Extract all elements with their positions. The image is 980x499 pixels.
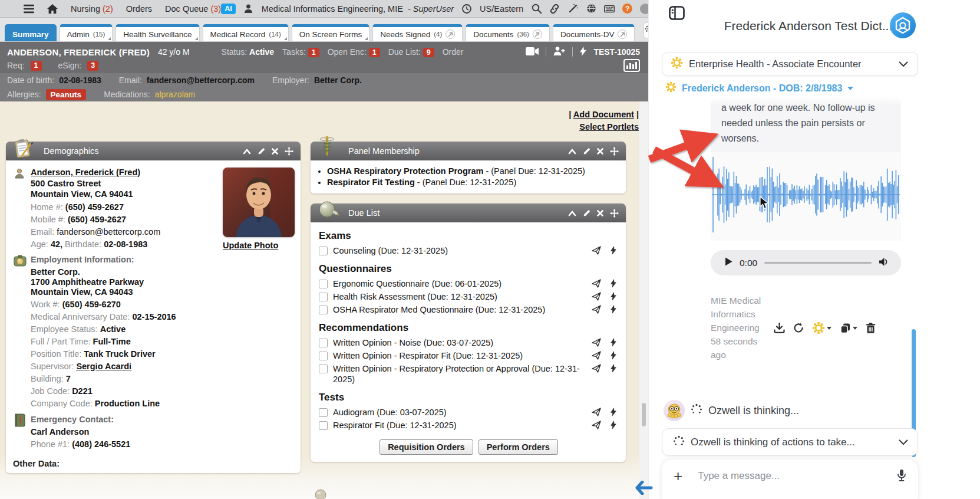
actions-expander[interactable]: Ozwell is thinking of actions to take... xyxy=(662,428,918,456)
audio-waveform[interactable] xyxy=(711,152,901,241)
send-order-icon[interactable] xyxy=(592,421,601,429)
send-order-icon[interactable] xyxy=(592,292,601,301)
send-order-icon[interactable] xyxy=(592,305,601,314)
video-visit-icon[interactable] xyxy=(526,47,539,57)
send-order-icon[interactable] xyxy=(592,351,601,360)
home-icon[interactable] xyxy=(47,4,58,14)
due-item-checkbox[interactable] xyxy=(319,408,328,417)
timezone-label[interactable]: US/Eastern xyxy=(480,4,523,14)
medications-value[interactable]: alprazolam xyxy=(155,90,195,99)
topnav-doc-queue[interactable]: Doc Queue (3) xyxy=(165,4,221,14)
tasks-count[interactable]: Tasks: 1 xyxy=(282,47,319,57)
select-portlets-link[interactable]: Select Portlets xyxy=(579,122,639,132)
send-order-icon[interactable] xyxy=(592,338,601,347)
encounter-selector[interactable]: Enterprise Health - Associate Encounter xyxy=(662,52,918,76)
due-item-checkbox[interactable] xyxy=(319,280,328,288)
move-icon[interactable] xyxy=(285,147,293,156)
move-icon[interactable] xyxy=(610,209,619,218)
due-item-checkbox[interactable] xyxy=(319,293,328,301)
patient-id-link[interactable]: TEST-10025 xyxy=(593,47,640,57)
edit-icon[interactable] xyxy=(258,147,265,155)
sidebar-patient-selector[interactable]: Frederick Anderson - DOB: 2/8/1983 xyxy=(665,81,853,95)
tab-medical-record[interactable]: Medical Record(14) xyxy=(203,24,289,41)
download-icon[interactable] xyxy=(774,323,785,333)
magic-wand-icon[interactable] xyxy=(567,4,578,14)
chevron-down-icon[interactable] xyxy=(899,59,908,70)
close-icon[interactable] xyxy=(597,148,603,155)
help-icon[interactable]: ? xyxy=(622,4,632,14)
add-person-icon[interactable] xyxy=(553,47,565,57)
audio-seek-slider[interactable] xyxy=(764,262,872,264)
due-item-checkbox[interactable] xyxy=(319,247,328,255)
tab-health-surveillance[interactable]: Health Surveillance xyxy=(116,24,199,41)
collapse-sidebar-arrow[interactable] xyxy=(635,481,653,497)
flowsheet-chart-button[interactable] xyxy=(623,59,640,72)
quick-order-bolt-icon[interactable] xyxy=(611,338,616,347)
edit-icon[interactable] xyxy=(583,147,590,155)
patient-name-link[interactable]: Anderson, Frederick (Fred) xyxy=(31,168,140,177)
link-icon[interactable] xyxy=(549,4,560,14)
due-item-checkbox[interactable] xyxy=(319,352,328,360)
ozwell-logo[interactable] xyxy=(889,12,916,39)
hamburger-menu-icon[interactable] xyxy=(24,4,34,14)
quick-order-bolt-icon[interactable] xyxy=(611,421,616,429)
gear-yellow-menu[interactable] xyxy=(812,321,831,334)
update-photo-link[interactable]: Update Photo xyxy=(223,241,278,250)
app-scrollbar-thumb[interactable] xyxy=(642,403,646,426)
due-item-checkbox[interactable] xyxy=(319,306,328,314)
perform-orders-button[interactable]: Perform Orders xyxy=(479,439,558,455)
close-icon[interactable] xyxy=(272,148,278,155)
send-order-icon[interactable] xyxy=(592,364,601,373)
collapse-icon[interactable] xyxy=(243,148,251,155)
send-order-icon[interactable] xyxy=(592,408,601,416)
search-icon[interactable] xyxy=(531,4,542,14)
send-order-icon[interactable] xyxy=(592,279,601,288)
allergy-badge[interactable]: Peanuts xyxy=(46,89,87,100)
conversation-title[interactable]: Frederick Anderson Test Dict... xyxy=(724,19,893,33)
attach-button[interactable]: + xyxy=(674,468,682,484)
open-enc-count[interactable]: Open Enc: 1 xyxy=(328,47,380,57)
tab-admin[interactable]: Admin(15) xyxy=(60,24,113,41)
globe-icon[interactable] xyxy=(586,4,596,14)
regenerate-icon[interactable] xyxy=(793,323,804,333)
due-item-checkbox[interactable] xyxy=(319,339,328,347)
mic-icon[interactable] xyxy=(897,469,906,484)
quick-order-bolt-icon[interactable] xyxy=(611,279,616,288)
supervisor-link[interactable]: Sergio Acardi xyxy=(76,362,131,371)
tab-on-screen-forms[interactable]: On Screen Forms xyxy=(292,24,370,41)
tab-needs-signed[interactable]: Needs Signed(4) xyxy=(372,24,463,41)
quick-order-bolt-icon[interactable] xyxy=(611,364,616,373)
collapse-icon[interactable] xyxy=(568,148,576,155)
play-button[interactable] xyxy=(725,257,732,268)
volume-icon[interactable] xyxy=(879,257,889,269)
quick-order-bolt-icon[interactable] xyxy=(611,408,616,416)
edit-icon[interactable] xyxy=(583,209,590,217)
tab-documents-dv[interactable]: Documents-DV xyxy=(553,24,635,41)
esign-badge[interactable]: 3 xyxy=(87,61,98,71)
quick-action-bolt-icon[interactable] xyxy=(580,47,586,58)
quick-order-bolt-icon[interactable] xyxy=(611,351,616,360)
copy-menu[interactable] xyxy=(840,323,857,334)
collapse-icon[interactable] xyxy=(568,210,576,216)
order-link[interactable]: Order xyxy=(443,47,464,57)
tab-documents[interactable]: Documents(36) xyxy=(466,24,550,41)
quick-order-bolt-icon[interactable] xyxy=(611,246,616,255)
ai-badge[interactable]: AI xyxy=(221,4,236,14)
message-input[interactable]: Type a message... xyxy=(698,470,897,482)
quick-order-bolt-icon[interactable] xyxy=(611,305,616,314)
tab-summary[interactable]: Summary xyxy=(5,24,57,41)
due-item-checkbox[interactable] xyxy=(319,365,328,373)
chevron-down-icon[interactable] xyxy=(899,437,908,448)
req-badge[interactable]: 1 xyxy=(31,61,42,71)
add-document-link[interactable]: Add Document xyxy=(573,110,634,119)
keyboard-icon[interactable] xyxy=(604,4,615,14)
requisition-orders-button[interactable]: Requisition Orders xyxy=(380,439,473,455)
move-icon[interactable] xyxy=(610,147,619,156)
send-order-icon[interactable] xyxy=(592,246,601,255)
close-icon[interactable] xyxy=(597,210,603,216)
topnav-orders[interactable]: Orders xyxy=(126,4,152,14)
topnav-nursing[interactable]: Nursing (2) xyxy=(71,4,113,14)
delete-icon[interactable] xyxy=(866,323,876,334)
due-list-count[interactable]: Due List: 9 xyxy=(388,47,434,57)
quick-order-bolt-icon[interactable] xyxy=(611,292,616,301)
